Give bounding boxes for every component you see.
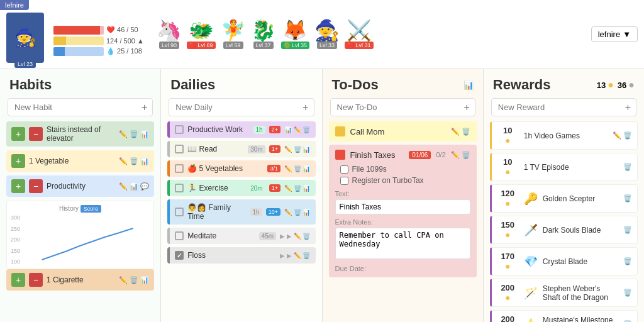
reward-name-crystal: Crystal Blade [543,257,618,266]
new-daily-input[interactable] [169,99,297,116]
daily-read: 📖 Read 30m 1+ ✏️ 🗑️ 📊 [167,141,315,157]
habit-plus-cig[interactable]: + [11,273,25,287]
add-daily-button[interactable]: + [297,99,313,116]
party-member-6[interactable]: 🧙 Lvl 33 [314,20,340,49]
subtask-label-turbotax: Register on TurboTax [352,176,424,185]
party-member-4[interactable]: 🐉 Lvl 37 [251,20,276,49]
chart-area: 300 250 200 150 100 [11,214,150,265]
chart-labels: 300 250 200 150 100 [11,214,20,265]
party-member-2[interactable]: 🐲 🔴 Lvl 69 [187,20,216,49]
rewards-body: 10 ● 1h Video Games ✏️ 🗑️ 10 ● 1 TV Epis… [484,121,644,322]
daily-vegetables: 🍎 5 Vegetables 3/1 ✏️ 🗑️ 📊 [167,160,315,177]
subtask-checkbox-1099s[interactable] [340,165,348,174]
daily-time-6: 45m [259,232,276,240]
todos-add-row[interactable]: + [330,98,475,116]
daily-time-5: 1h [250,208,262,216]
new-todo-input[interactable] [331,99,459,116]
exp-row: 124 / 500 ▲ [53,36,144,45]
reward-actions-6: 🗑️ [623,289,632,297]
reward-cost-3: 120 ● [497,189,519,208]
habit-name-prod: Productivity [47,182,115,191]
habits-column: Habits + + − Stairs instead of elevator … [0,69,161,322]
reward-sprite-4: 🗡️ [524,223,538,237]
habit-minus-stairs[interactable]: − [29,127,43,141]
exp-label: 124 / 500 ▲ [106,37,144,45]
gold-icon-2: ● [505,167,510,177]
main-content: Habits + + − Stairs instead of elevator … [0,69,644,322]
add-reward-button[interactable]: + [620,99,636,116]
daily-checkbox-6[interactable] [175,231,184,240]
habit-plus-prod[interactable]: + [11,179,25,193]
subtask-checkbox-turbotax[interactable] [340,177,348,185]
reward-actions-5: 🗑️ [623,257,632,265]
habit-plus-stairs[interactable]: + [11,127,25,141]
party-sprite-2: 🐲 [189,20,214,40]
daily-streak-1: 2+ [269,126,280,133]
productivity-chart: History Score 300 250 200 150 100 [6,201,154,269]
habits-body: + − Stairs instead of elevator ✏️ 🗑️ 📊 +… [0,121,160,322]
subtasks: File 1099s Register on TurboTax [335,165,470,185]
reward-crystal-blade: 170 ● 💎 Crystal Blade 🗑️ [490,247,638,275]
dailies-title: Dailies [170,77,215,93]
reward-tv-episode: 10 ● 1 TV Episode 🗑️ [490,153,638,181]
todo-notes-field[interactable]: Remember to call CPA on Wednesday [335,228,470,259]
dailies-body: Productive Work 1h 2+ 📊 ✏️ 🗑️ 📖 Read 30m… [161,121,321,322]
new-habit-input[interactable] [8,99,136,116]
gold-icon-1: ● [505,135,510,145]
reward-stephen: 200 ● 🪄 Stephen Weber's Shaft of the Dra… [490,279,638,307]
user-dropdown[interactable]: lefnire ▼ [591,26,638,42]
stats-box: ❤️ 46 / 50 124 / 500 ▲ 💧 25 / 108 [53,26,144,56]
habit-minus-cig[interactable]: − [29,273,43,287]
habit-plus-veg[interactable]: + [11,154,25,168]
todo-call-mom: Call Mom ✏️ 🗑️ [329,121,477,142]
hp-label: ❤️ 46 / 50 [106,26,144,34]
party-member-1[interactable]: 🦄 Lvl 90 [157,20,182,49]
top-bar: lefnire 🧙 Lvl 23 ❤️ 46 / 50 124 / 500 ▲ … [0,0,644,69]
party-sprite-5: 🦊 [282,20,308,40]
daily-checkbox-7[interactable]: ✓ [175,251,184,260]
chart-svg [28,214,150,265]
daily-icons-3: ✏️ 🗑️ 📊 [284,165,311,172]
habit-item-cigarette: + − 1 Cigarette ✏️ 🗑️ 📊 [6,269,154,291]
daily-checkbox-4[interactable] [175,184,184,192]
mp-bar-bg [53,47,104,56]
todo-checkbox-callmom[interactable] [335,126,345,136]
rewards-add-row[interactable]: + [491,98,636,116]
daily-streak-4: 1+ [269,184,280,192]
new-reward-input[interactable] [492,99,620,116]
party-member-3[interactable]: 🧚 Lvl 59 [221,20,246,49]
add-habit-button[interactable]: + [136,99,152,116]
mp-bar-fill [53,47,65,56]
todo-text-field[interactable] [335,199,470,214]
party-lvl-1: Lvl 90 [159,42,179,49]
gold-icon-3: ● [505,198,510,208]
daily-name-2: 📖 Read [187,145,242,153]
party-lvl-2: 🔴 Lvl 69 [187,42,216,49]
party-member-5[interactable]: 🦊 🟢 Lvl 35 [281,20,310,49]
daily-checkbox-3[interactable] [175,164,184,173]
habit-name-cig: 1 Cigarette [47,275,115,284]
dailies-add-row[interactable]: + [169,98,314,116]
daily-checkbox-1[interactable] [175,125,184,134]
todo-checkbox-taxes[interactable] [335,150,345,160]
add-todo-button[interactable]: + [458,99,474,116]
daily-checkbox-5[interactable] [175,208,184,216]
party-member-7[interactable]: ⚔️ 🔴 Lvl 31 [345,20,374,49]
reward-cost-6: 200 ● [497,283,519,303]
gold-count: 13 ● [597,79,614,91]
daily-checkbox-2[interactable] [175,145,184,153]
daily-time-4: 20m [248,184,265,192]
subtask-turbotax: Register on TurboTax [340,176,470,185]
daily-time-2: 30m [248,145,265,153]
habits-add-row[interactable]: + [8,98,153,116]
rewards-column: Rewards 13 ● 36 ● + 10 ● [484,69,644,322]
party-sprite-4: 🐉 [251,20,276,40]
daily-time-1: 1h [253,126,265,134]
habit-minus-prod[interactable]: − [29,179,43,193]
todo-icons-taxes: ✏️ 🗑️ [451,151,470,159]
daily-name-7: Floss [187,251,276,260]
reward-name-video: 1h Video Games [524,131,608,140]
rewards-title: Rewards [493,77,551,93]
daily-name-6: Meditate [187,231,252,240]
hp-bar-fill [53,26,100,35]
